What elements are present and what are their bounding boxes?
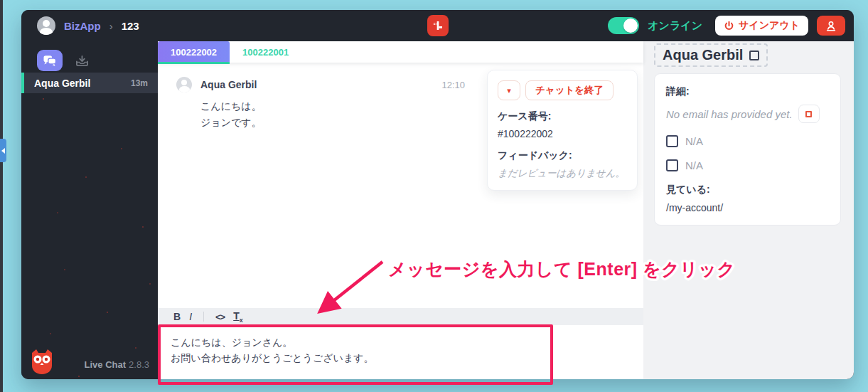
case-number-label: ケース番号: xyxy=(498,110,627,123)
user-avatar-icon[interactable] xyxy=(37,16,55,35)
version-number: 2.8.3 xyxy=(129,359,149,370)
chats-sidebar: Aqua Gerbil 13m Live Chat2.8.3 xyxy=(21,41,158,379)
feedback-label: フィードバック: xyxy=(498,149,627,162)
message-input[interactable]: こんにちは、ジョンさん。 お問い合わせありがとうごとうございます。 xyxy=(158,325,643,379)
agent-person-icon xyxy=(825,20,837,32)
message-timestamp: 12:10 xyxy=(441,80,465,90)
background-particles xyxy=(43,98,44,100)
message-line: こんにちは。 xyxy=(200,98,465,115)
popout-square-icon xyxy=(749,51,759,60)
checkbox-row[interactable]: N/A xyxy=(666,135,829,147)
app-brand-button[interactable] xyxy=(427,15,449,36)
app-version: Live Chat2.8.3 xyxy=(85,359,149,370)
edge-widget[interactable] xyxy=(0,139,6,162)
checkbox-row[interactable]: N/A xyxy=(666,159,829,171)
toolbar-divider xyxy=(203,312,204,322)
checkbox-icon[interactable] xyxy=(666,159,678,171)
signout-button[interactable]: サインアウト xyxy=(715,16,808,36)
product-name: Live Chat xyxy=(85,359,127,370)
email-action-button[interactable] xyxy=(798,105,820,123)
power-icon xyxy=(724,21,734,31)
chat-bubbles-icon xyxy=(43,55,57,67)
chat-message: Aqua Gerbil 12:10 こんにちは。 ジョンです。 xyxy=(176,77,465,131)
red-square-icon xyxy=(805,111,812,117)
visitor-name-header[interactable]: Aqua Gerbil xyxy=(654,43,768,67)
details-label: 詳細: xyxy=(666,85,829,98)
italic-button[interactable]: I xyxy=(185,311,196,322)
online-status-label: オンライン xyxy=(648,19,702,33)
checkbox-label: N/A xyxy=(685,135,703,147)
composer-line: お問い合わせありがとうごとうございます。 xyxy=(171,350,631,366)
chat-message-header: Aqua Gerbil 12:10 xyxy=(176,77,465,92)
brand-link[interactable]: BizApp xyxy=(64,20,101,32)
visitor-details-card: 詳細: No email has provided yet. N/A N/A 見… xyxy=(654,73,841,226)
app-window: BizApp › 123 オンライン サインアウト xyxy=(21,10,854,379)
chevron-left-icon xyxy=(1,148,5,154)
message-body: こんにちは。 ジョンです。 xyxy=(200,98,465,131)
case-number-value: #100222002 xyxy=(498,128,627,139)
message-line: ジョンです。 xyxy=(200,115,465,131)
chat-item-name: Aqua Gerbil xyxy=(34,78,90,89)
visitor-name: Aqua Gerbil xyxy=(663,47,743,63)
chat-tabs: 100222002 100222001 xyxy=(158,41,643,63)
bold-button[interactable]: B xyxy=(169,311,185,322)
checkbox-label: N/A xyxy=(685,159,703,171)
chats-tab-button[interactable] xyxy=(37,50,63,71)
merge-arrows-icon xyxy=(431,18,445,33)
topbar-controls: オンライン サインアウト xyxy=(608,10,845,41)
sidebar-toolbar xyxy=(37,50,89,71)
screen-edge-strip xyxy=(0,0,3,392)
agent-button[interactable] xyxy=(817,16,845,36)
visitor-avatar-icon xyxy=(176,77,192,92)
no-email-text: No email has provided yet. xyxy=(666,108,793,120)
breadcrumb-room: 123 xyxy=(122,20,139,32)
case-card-actions: ▾ チャットを終了 xyxy=(498,80,627,100)
caret-down-icon: ▾ xyxy=(507,86,511,95)
details-empty-row: No email has provided yet. xyxy=(666,105,829,123)
chat-panel: 100222002 100222001 Aqua Gerbil 12:10 こん… xyxy=(158,41,643,379)
chat-item-age: 13m xyxy=(131,78,148,88)
tab-case-100222001[interactable]: 100222001 xyxy=(230,41,301,63)
case-card: ▾ チャットを終了 ケース番号: #100222002 フィードバック: まだレ… xyxy=(487,70,638,191)
tab-case-100222002[interactable]: 100222002 xyxy=(158,41,230,63)
clear-formatting-button[interactable]: Tx xyxy=(229,310,247,324)
more-actions-dropdown[interactable]: ▾ xyxy=(498,80,520,100)
top-bar: BizApp › 123 オンライン サインアウト xyxy=(21,10,854,41)
composer-line: こんにちは、ジョンさん。 xyxy=(171,334,631,350)
archive-tray-icon xyxy=(75,55,89,67)
visitor-panel: Aqua Gerbil 詳細: No email has provided ye… xyxy=(643,41,854,379)
message-author: Aqua Gerbil xyxy=(200,79,257,90)
code-button[interactable]: <> xyxy=(211,312,229,322)
viewing-label: 見ている: xyxy=(666,184,829,196)
signout-label: サインアウト xyxy=(739,19,800,32)
chat-list-item[interactable]: Aqua Gerbil 13m xyxy=(21,73,158,93)
chevron-right-icon: › xyxy=(109,20,113,32)
composer-toolbar: B I <> Tx xyxy=(158,308,643,325)
online-toggle[interactable] xyxy=(608,17,639,34)
close-chat-button[interactable]: チャットを終了 xyxy=(525,80,614,100)
archive-button[interactable] xyxy=(75,55,89,67)
owl-logo xyxy=(28,347,55,378)
feedback-empty-value: まだレビューはありません。 xyxy=(498,167,627,180)
breadcrumb: BizApp › 123 xyxy=(37,10,139,41)
toggle-knob xyxy=(623,18,638,33)
viewing-path: /my-account/ xyxy=(666,202,829,213)
checkbox-icon[interactable] xyxy=(666,135,678,147)
